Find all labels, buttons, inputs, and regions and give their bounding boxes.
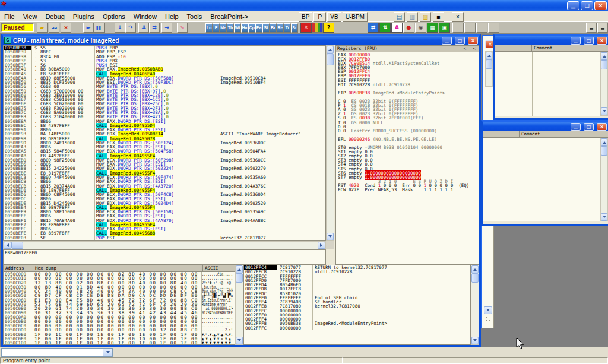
dump-header-hex[interactable]: Hex dump (33, 265, 203, 271)
disabled-button[interactable] (476, 23, 487, 33)
go-to-user-code-button[interactable]: ⇘ (177, 23, 188, 33)
command-combobox[interactable] (1, 348, 113, 357)
dump-row[interactable]: 0050C1001F 00 1F 00 1F 00 1F 00 1F 00 1F… (4, 341, 235, 345)
scroll-down-icon[interactable] (236, 337, 243, 344)
cpu-minimize-button[interactable]: ▁ (442, 37, 452, 45)
menu-item-window[interactable]: Window (129, 12, 161, 21)
screen-button[interactable]: ▣ (439, 23, 450, 33)
plugin-button-ubpm[interactable]: U-BPM (343, 12, 368, 22)
scroll-down-icon[interactable] (601, 213, 607, 221)
panel-button-cp[interactable]: Cp (248, 23, 255, 33)
help-button[interactable]: ? (323, 23, 334, 33)
dump-row[interactable]: 0050C0B000 00 00 00 00 00 00 00 00 00 00… (4, 319, 235, 324)
scroll-up-icon[interactable] (327, 46, 334, 53)
animate-over-button[interactable]: ⇉ (149, 23, 160, 33)
record-button[interactable]: ● (403, 23, 414, 33)
dump-header-ascii[interactable]: ASCII (203, 265, 235, 271)
stack-row[interactable]: 0012FFD07FFD7000 (244, 278, 470, 283)
scroll-down-icon[interactable] (484, 306, 492, 314)
register-line[interactable]: EDI 7C910228 ntdll.7C910228 (336, 83, 479, 87)
scroll-up-icon[interactable] (601, 138, 607, 146)
grid-button[interactable]: ▦ (427, 23, 438, 33)
folder-button[interactable]: ▨ (420, 12, 431, 22)
stack-pane[interactable]: 0012FFC47C817077RETURN to kernel32.7C817… (243, 265, 471, 345)
panel-button-sr[interactable]: Sr (291, 23, 298, 33)
close-button[interactable]: × (594, 1, 607, 10)
register-line[interactable]: O 0 LastErr ERROR_SUCCESS (00000000) (336, 129, 479, 133)
disasm-row[interactable]: 0050BE3B.83C4 F0ADD ESP,-10 (4, 55, 325, 59)
panel-button-re[interactable]: Re (277, 23, 284, 33)
disabled-button[interactable] (464, 23, 476, 33)
panel-button-ln[interactable]: Ln (205, 23, 213, 33)
stack-row[interactable]: 0012FFD80012FFC8 (244, 287, 470, 291)
scroll-thumb[interactable] (486, 59, 492, 69)
scroll-thumb[interactable] (236, 273, 243, 283)
panel-button-e[interactable]: E (213, 23, 220, 33)
scroll-up-icon[interactable] (236, 265, 243, 273)
scroll-thumb[interactable] (601, 60, 607, 69)
disasm-row[interactable]: 0050BEFE.E8 8597F8FFCALL ImageRed.004956… (4, 231, 325, 235)
dump-row[interactable]: 0050C0F01E 00 1F 00 1E 00 1F 00 1F 00 1D… (4, 337, 235, 341)
panel-button-br[interactable]: Br (270, 23, 277, 33)
plugin-close-button[interactable]: × (452, 12, 464, 22)
dump-row[interactable]: 0050C060E1 E3 00 E4 E5 8D 40 00 45 72 72… (4, 298, 235, 302)
menu-item-view[interactable]: View (19, 12, 42, 21)
dump-vscrollbar[interactable] (235, 265, 243, 345)
info-pane[interactable]: EBP=0012FFF0 (3, 249, 326, 265)
maximize-button[interactable]: □ (584, 123, 594, 131)
panel-button-st[interactable]: St (262, 23, 270, 33)
dump-row[interactable]: 0050C050C9 D7 CF C8 CD CE DB D8 DA D9 CA… (4, 293, 235, 297)
combobox-dropdown-icon[interactable] (103, 349, 112, 356)
scroll-right-icon[interactable] (318, 242, 325, 249)
comment-column-header[interactable]: Comment (520, 131, 608, 137)
comment-window-vscrollbar[interactable] (600, 138, 608, 221)
panel-button-tr[interactable]: Tr (284, 23, 291, 33)
layout-list-button[interactable]: ≣ (586, 23, 597, 33)
registers-pane[interactable]: Registers (FPU) < < EAX 00000000ECX 0012… (335, 45, 479, 265)
scroll-thumb[interactable] (471, 273, 479, 283)
dump-row[interactable]: 0050C0C000 00 00 00 00 00 00 00 00 00 00… (4, 324, 235, 328)
cpu-close-button[interactable]: × (468, 37, 478, 45)
minimize-button[interactable]: ▁ (571, 123, 581, 131)
scroll-down-icon[interactable] (327, 233, 334, 240)
dump-row[interactable]: 0050C0D000 00 00 00 00 00 00 00 00 00 00… (4, 328, 235, 332)
comment-column-header[interactable]: Comment (532, 45, 608, 51)
dump-row[interactable]: 0050C09030 31 32 33 34 35 36 37 38 39 41… (4, 311, 235, 315)
restart-button[interactable]: ◄◄ (49, 23, 59, 33)
stack-vscrollbar[interactable] (471, 265, 479, 345)
disasm-row[interactable]: 0050BF03.5EPOP ESIkernel32.7C817077 (4, 236, 325, 240)
options-button[interactable]: ✳ (300, 23, 312, 33)
pause-button[interactable]: ▌▌ (94, 23, 104, 33)
dump-row[interactable]: 0050C02032 13 8B C0 02 00 8B C0 00 8D 40… (4, 281, 235, 285)
layout-list2-button[interactable]: ≣ (597, 23, 608, 33)
comment-window-middle[interactable]: ▁ □ × Comment (481, 120, 608, 226)
menu-item-breakpoint[interactable]: BreakPoint-> (206, 12, 252, 21)
plugin-button-bp[interactable]: BP (299, 12, 312, 22)
stack-row[interactable]: 0012FFFC00000000 (244, 326, 470, 330)
dump-row[interactable]: 0050C03000 8D 40 00 01 8D 40 00 00 00 00… (4, 285, 235, 289)
dump-row[interactable]: 0050C08020 20 61 74 20 30 30 30 30 30 30… (4, 306, 235, 311)
register-line[interactable]: FCW 027F Prec NEAR,53 Mask 1 1 1 1 1 1 (336, 188, 479, 192)
comment-window-middle-body[interactable] (483, 138, 608, 221)
cpu-restore-button[interactable]: □ (455, 37, 465, 45)
scroll-left-icon[interactable] (4, 242, 11, 249)
stack-row[interactable]: 0012FFD48054B6ED (244, 283, 470, 287)
disabled-button[interactable] (488, 23, 499, 33)
scroll-thumb[interactable] (327, 53, 334, 65)
resize-grip[interactable] (484, 316, 492, 323)
step-into-button[interactable]: ↓ (115, 23, 125, 33)
menu-item-plugins[interactable]: Plugins (69, 12, 99, 21)
scroll-up-icon[interactable] (486, 52, 492, 59)
maximize-button[interactable]: □ (584, 37, 594, 45)
minimize-button[interactable]: ▁ (567, 1, 580, 10)
menu-item-file[interactable]: File (0, 12, 19, 21)
stack-row[interactable]: 0012FFE0FFFFFFFFEnd of SEH chain (244, 296, 470, 300)
register-line[interactable]: T 0 GS 0000 NULL (336, 121, 479, 125)
close-button[interactable]: × (597, 123, 607, 131)
disasm-row[interactable]: 0050BE38$55PUSH EBP (4, 46, 325, 50)
main-titlebar[interactable]: * ▁ □ × (0, 0, 608, 11)
disassembly-hscrollbar[interactable] (3, 241, 326, 249)
console-button[interactable]: ▪ (433, 12, 444, 22)
notes-button[interactable]: ▤ (394, 12, 405, 22)
appearance-button[interactable] (312, 23, 323, 33)
